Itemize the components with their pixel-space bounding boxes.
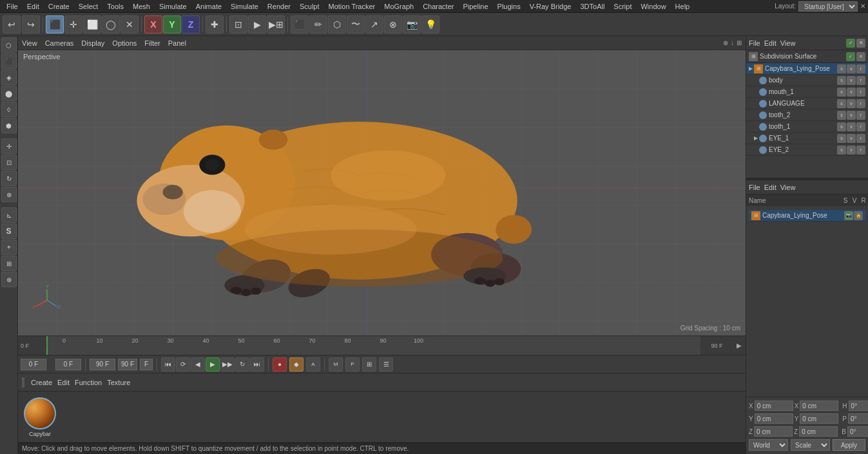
cube-btn[interactable]: ⬛ (291, 15, 309, 33)
tag-r[interactable]: r (856, 64, 865, 73)
coord-scale-dropdown[interactable]: Scale (791, 439, 830, 451)
timeline-expand-btn[interactable]: ▶ (733, 342, 746, 349)
menu-motion-tracker[interactable]: Motion Tracker (325, 1, 380, 12)
vp-icon-expand[interactable]: ⊞ (737, 39, 742, 46)
grid-btn[interactable]: ⊞ (362, 357, 376, 372)
obj-row-tooth1[interactable]: tooth_1 s v r (746, 121, 868, 133)
obj-row-capybara[interactable]: ▶ ⊞ Capybara_Lying_Pose s v r (746, 63, 868, 75)
layout-dropdown[interactable]: Startup [User] (798, 1, 858, 12)
play-btn[interactable]: ▶ (206, 357, 220, 372)
coord-hp-input[interactable] (849, 401, 868, 411)
vp-menu-options[interactable]: Options (112, 39, 137, 47)
play-fwd-btn[interactable]: ▶▶ (220, 357, 235, 372)
coord-hx-input[interactable] (800, 401, 838, 411)
menu-render[interactable]: Render (264, 1, 294, 12)
attr-icon-lock[interactable]: 🔒 (854, 211, 863, 220)
coord-y-input[interactable] (755, 413, 793, 424)
menu-file[interactable]: File (3, 1, 22, 12)
lang-tag-r[interactable]: r (856, 99, 865, 108)
ls-magnet-btn[interactable]: ⊕ (1, 272, 17, 287)
poly-select-btn[interactable]: ✕ (121, 15, 139, 33)
record-btn[interactable]: ● (273, 357, 287, 372)
coord-p-input[interactable] (848, 413, 868, 424)
mouth-tag-s[interactable]: s (837, 88, 846, 97)
layout-x-btn[interactable]: ✕ (860, 3, 865, 10)
lasso-btn[interactable]: ◯ (102, 15, 120, 33)
subdiv-check[interactable]: ✓ (846, 52, 855, 61)
coord-hz-input[interactable] (799, 426, 838, 437)
tooth2-tag-r[interactable]: r (856, 111, 865, 120)
ls-point-btn[interactable]: ⬢ (1, 118, 17, 133)
body-tag-s[interactable]: s (837, 76, 846, 85)
menu-character[interactable]: Character (419, 1, 458, 12)
x-axis-btn[interactable]: X (144, 15, 162, 33)
menu-simulate2[interactable]: Simulate (227, 1, 262, 12)
menu-script[interactable]: Script (610, 1, 635, 12)
attr-icon-camera[interactable]: 📷 (844, 211, 853, 220)
obj-row-language[interactable]: LANGUAGE s v r (746, 98, 868, 109)
mouth-tag-r[interactable]: r (856, 88, 865, 97)
lang-tag-s[interactable]: s (837, 99, 846, 108)
obj-row-body[interactable]: body s v r (746, 75, 868, 86)
tooth2-tag-v[interactable]: v (847, 111, 856, 120)
body-tag-r[interactable]: r (856, 76, 865, 85)
viewport[interactable]: View Cameras Display Options Filter Pane… (18, 36, 746, 336)
vp-menu-cameras[interactable]: Cameras (45, 39, 74, 47)
vp-menu-panel[interactable]: Panel (168, 39, 186, 47)
menu-window[interactable]: Window (637, 1, 670, 12)
eye1-tag-s[interactable]: s (837, 134, 846, 143)
menu-pipeline[interactable]: Pipeline (459, 1, 492, 12)
field-btn[interactable]: ⊗ (384, 15, 402, 33)
menu-mesh[interactable]: Mesh (129, 1, 154, 12)
frame-fps-input[interactable] (90, 359, 115, 370)
subdiv-x[interactable]: ✕ (856, 52, 865, 61)
tooth1-tag-v[interactable]: v (847, 122, 856, 131)
timeline-ruler[interactable]: 0 10 20 30 40 50 60 70 80 90 100 (46, 336, 700, 355)
z-axis-btn[interactable]: Z (182, 15, 200, 33)
auto-keyframe-btn[interactable]: A (306, 357, 320, 372)
p-btn[interactable]: P (345, 357, 360, 372)
camera-btn[interactable]: 📷 (403, 15, 421, 33)
nurbs-btn[interactable]: ⬡ (328, 15, 346, 33)
attr-menu-file[interactable]: File (749, 184, 760, 191)
coord-z-input[interactable] (754, 426, 793, 437)
menu-select[interactable]: Select (75, 1, 102, 12)
ls-s-btn[interactable]: S (1, 223, 17, 239)
select-btn[interactable]: ✛ (64, 15, 82, 33)
motion-btn[interactable]: M (329, 357, 343, 372)
body-tag-v[interactable]: v (847, 76, 856, 85)
menu-simulate[interactable]: Simulate (155, 1, 191, 12)
obj-row-tooth2[interactable]: tooth_2 s v r (746, 109, 868, 121)
mat-menu-edit[interactable]: Edit (57, 379, 70, 386)
box-select-btn[interactable]: ⬜ (83, 15, 101, 33)
mat-bar-handle[interactable] (22, 377, 24, 388)
redo-button[interactable]: ↪ (22, 15, 40, 33)
add-btn[interactable]: ✚ (206, 15, 224, 33)
keyframe-btn[interactable]: ◆ (289, 357, 304, 372)
obj-row-eye2[interactable]: EYE_2 s v r (746, 144, 868, 156)
step-back-btn[interactable]: ⟳ (176, 357, 190, 372)
ls-polygon-btn[interactable]: ⬤ (1, 86, 17, 101)
menu-mograph[interactable]: MoGraph (380, 1, 418, 12)
frame-start-input[interactable] (21, 359, 46, 370)
undo-button[interactable]: ↩ (3, 15, 21, 33)
tooth1-tag-s[interactable]: s (837, 122, 846, 131)
vp-menu-display[interactable]: Display (81, 39, 104, 47)
ls-rotate-btn[interactable]: ↻ (1, 171, 17, 186)
menu-3dtoall[interactable]: 3DToAll (576, 1, 608, 12)
coord-world-dropdown[interactable]: World Local (749, 439, 788, 451)
move-tool-btn[interactable]: ⬛ (46, 15, 64, 33)
coord-x-input[interactable] (755, 401, 793, 411)
menu-create[interactable]: Create (44, 1, 73, 12)
menu-animate[interactable]: Animate (192, 1, 226, 12)
menu-plugins[interactable]: Plugins (494, 1, 525, 12)
obj-x-icon[interactable]: ✕ (856, 39, 865, 48)
menu-tools[interactable]: Tools (103, 1, 128, 12)
mat-menu-texture[interactable]: Texture (107, 379, 130, 386)
ls-snap-btn[interactable]: ⌖ (1, 240, 17, 255)
vp-icon-down[interactable]: ↓ (731, 39, 734, 46)
attr-menu-edit[interactable]: Edit (764, 184, 776, 191)
coord-b-input[interactable] (847, 426, 868, 437)
ls-scale-btn[interactable]: ⊡ (1, 155, 17, 170)
frame-current-input[interactable] (55, 359, 81, 370)
